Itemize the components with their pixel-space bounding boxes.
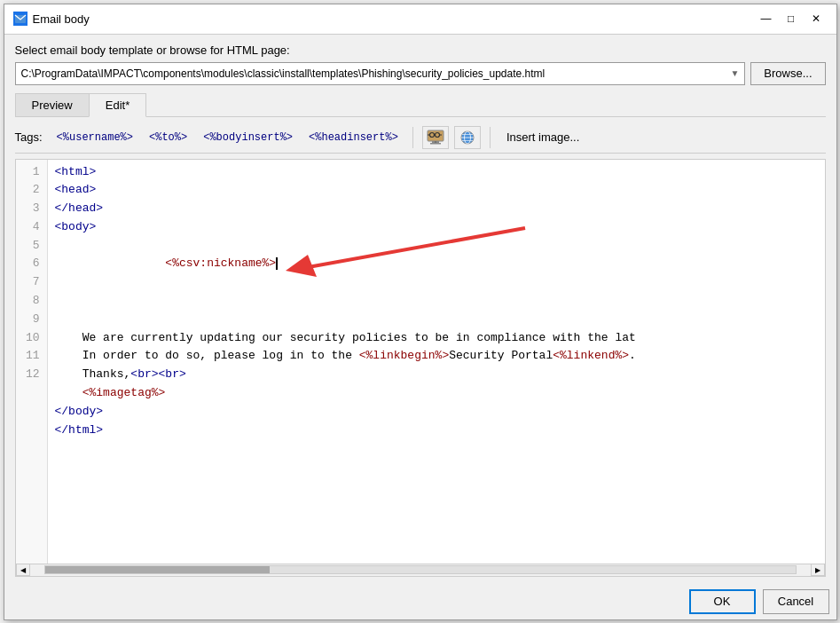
code-line-8: Thanks,<br><br> [55, 366, 818, 384]
code-line-4: <body> [55, 218, 818, 237]
code-line-10: </body> [55, 403, 818, 422]
code-content[interactable]: <html> <head> </head> <body> <%csv:nickn… [48, 160, 825, 564]
email-icon [13, 12, 27, 26]
scroll-thumb[interactable] [45, 566, 271, 573]
maximize-button[interactable]: □ [780, 9, 803, 28]
svg-rect-3 [430, 143, 441, 145]
window-title: Email body [33, 12, 90, 26]
svg-marker-16 [286, 255, 317, 277]
tag-username[interactable]: <%username%> [51, 130, 138, 146]
code-line-7: In order to do so, please log in to the … [55, 347, 818, 366]
minimize-button[interactable]: — [755, 9, 778, 28]
title-controls: — □ ✕ [755, 9, 828, 28]
tag-to[interactable]: <%to%> [144, 130, 192, 146]
horizontal-scrollbar[interactable]: ◀ ▶ [16, 564, 825, 576]
ok-button[interactable]: OK [689, 589, 756, 614]
code-editor[interactable]: 1 2 3 4 5 6 7 8 9 10 11 12 <html> [16, 160, 825, 564]
monitor-icon-button[interactable] [422, 126, 449, 149]
code-line-9: <%imagetag%> [55, 384, 818, 403]
email-body-dialog: Email body — □ ✕ Select email body templ… [4, 4, 837, 620]
path-row: C:\ProgramData\IMPACT\components\modules… [15, 62, 826, 85]
scroll-right-arrow[interactable]: ▶ [811, 564, 825, 576]
code-line-2: <head> [55, 181, 818, 200]
path-dropdown[interactable]: C:\ProgramData\IMPACT\components\modules… [15, 62, 746, 85]
toolbar: Tags: <%username%> <%to%> <%bodyinsert%>… [15, 122, 826, 154]
chevron-down-icon: ▼ [730, 68, 739, 78]
title-bar-left: Email body [13, 12, 90, 26]
title-bar: Email body — □ ✕ [4, 4, 836, 35]
code-editor-area: 1 2 3 4 5 6 7 8 9 10 11 12 <html> [15, 159, 826, 577]
tab-preview[interactable]: Preview [15, 93, 90, 117]
close-button[interactable]: ✕ [805, 9, 828, 28]
code-line-6: We are currently updating our security p… [55, 329, 818, 348]
instruction-label: Select email body template or browse for… [15, 43, 826, 57]
line-numbers: 1 2 3 4 5 6 7 8 9 10 11 12 [16, 160, 48, 564]
tab-edit[interactable]: Edit* [89, 93, 146, 117]
tabs-row: Preview Edit* [15, 92, 826, 117]
globe-icon-button[interactable] [454, 126, 481, 149]
toolbar-separator [412, 127, 413, 148]
dialog-body: Select email body template or browse for… [4, 35, 836, 584]
svg-point-4 [435, 141, 436, 143]
browse-button[interactable]: Browse... [750, 62, 825, 85]
path-value: C:\ProgramData\IMPACT\components\modules… [21, 67, 546, 80]
code-line-1: <html> [55, 163, 818, 182]
code-line-3: </head> [55, 200, 818, 218]
code-line-5: <%csv:nickname%> [55, 237, 818, 329]
cancel-button[interactable]: Cancel [763, 589, 829, 614]
tag-bodyinsert[interactable]: <%bodyinsert%> [198, 130, 298, 146]
scroll-track[interactable] [44, 565, 797, 574]
scroll-left-arrow[interactable]: ◀ [16, 564, 30, 576]
toolbar-separator-2 [490, 127, 491, 148]
footer: OK Cancel [4, 584, 836, 619]
tags-label: Tags: [15, 130, 43, 144]
insert-image-button[interactable]: Insert image... [499, 129, 586, 146]
tag-headinsert[interactable]: <%headinsert%> [303, 130, 404, 146]
code-line-11: </html> [55, 422, 818, 440]
